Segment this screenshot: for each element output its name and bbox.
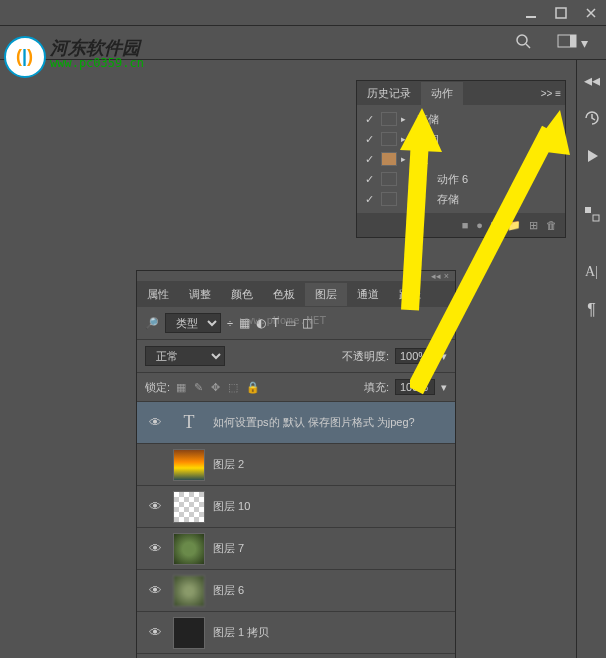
layers-panel: ◂◂ × 属性 调整 颜色 色板 图层 通道 路径 🔎 类型 ÷ ▦ ◐ T ▭…: [136, 270, 456, 658]
type-icon[interactable]: A|: [582, 262, 602, 282]
chevron-down-icon[interactable]: ▾: [421, 174, 433, 184]
tab-adjustments[interactable]: 调整: [179, 283, 221, 306]
swatches-icon[interactable]: [582, 204, 602, 224]
filter-search-icon[interactable]: 🔎: [145, 317, 159, 330]
site-logo: (|) 河东软件园 www.pc0359.cn: [0, 60, 180, 110]
stop-icon[interactable]: ■: [462, 219, 469, 231]
action-modal-box[interactable]: [381, 172, 397, 186]
close-button[interactable]: [576, 3, 606, 23]
layer-name[interactable]: 图层 7: [213, 541, 447, 556]
actions-footer: ■ ● ▶ 📁 ⊞ 🗑: [357, 213, 565, 237]
tab-history[interactable]: 历史记录: [357, 82, 421, 105]
titlebar: [0, 0, 606, 26]
layer-row[interactable]: 👁 T 如何设置ps的 默认 保存图片格式 为jpeg?: [137, 402, 455, 444]
tab-properties[interactable]: 属性: [137, 283, 179, 306]
visibility-icon[interactable]: 👁: [145, 625, 165, 640]
svg-rect-5: [585, 207, 591, 213]
lock-transparent-icon[interactable]: ▦: [176, 381, 186, 394]
svg-rect-4: [570, 35, 576, 47]
svg-rect-6: [593, 215, 599, 221]
check-icon[interactable]: ✓: [361, 153, 377, 166]
layer-row[interactable]: 👁 图层 6: [137, 570, 455, 612]
layer-thumbnail[interactable]: [173, 533, 205, 565]
fill-chevron-icon[interactable]: ▾: [441, 381, 447, 394]
layer-thumbnail[interactable]: T: [173, 407, 205, 439]
layer-thumbnail[interactable]: [173, 449, 205, 481]
layer-thumbnail[interactable]: [173, 617, 205, 649]
actions-panel: 历史记录 动作 >> ≡ ✓▸存储 ✓▸关闭 ✓▸组 ✓▾动作 6 ✓存储 ■ …: [356, 80, 566, 238]
collapse-icon[interactable]: ◂◂: [582, 70, 602, 90]
layer-row[interactable]: 👁 图层 1 拷贝: [137, 612, 455, 654]
action-modal-box[interactable]: [381, 132, 397, 146]
tab-channels[interactable]: 通道: [347, 283, 389, 306]
fill-label: 填充:: [364, 380, 389, 395]
lock-artboard-icon[interactable]: ⬚: [228, 381, 238, 394]
action-item[interactable]: ✓▾动作 6: [357, 169, 565, 189]
layer-row[interactable]: 图层 2: [137, 444, 455, 486]
layer-row[interactable]: 👁 图层 10: [137, 486, 455, 528]
check-icon[interactable]: ✓: [361, 113, 377, 126]
tab-layers[interactable]: 图层: [305, 283, 347, 306]
maximize-button[interactable]: [546, 3, 576, 23]
svg-rect-0: [526, 16, 536, 18]
tab-color[interactable]: 颜色: [221, 283, 263, 306]
lock-position-icon[interactable]: ✥: [211, 381, 220, 394]
svg-point-2: [517, 35, 527, 45]
logo-url: www.pc0359.cn: [50, 56, 144, 70]
lock-all-icon[interactable]: 🔒: [246, 381, 260, 394]
tab-actions[interactable]: 动作: [421, 82, 463, 105]
layer-row[interactable]: 👁 图层 1: [137, 654, 455, 658]
action-modal-box[interactable]: [381, 112, 397, 126]
layer-row[interactable]: 👁 图层 7: [137, 528, 455, 570]
panel-options-icon[interactable]: >> ≡: [541, 88, 561, 99]
action-item[interactable]: ✓存储: [357, 189, 565, 209]
visibility-icon[interactable]: 👁: [145, 541, 165, 556]
paragraph-icon[interactable]: ¶: [582, 300, 602, 320]
check-icon[interactable]: ✓: [361, 193, 377, 206]
new-action-icon[interactable]: ⊞: [529, 219, 538, 232]
minimize-button[interactable]: [516, 3, 546, 23]
panel-collapse-icon[interactable]: ◂◂ ×: [431, 271, 449, 281]
layers-blend-row: 正常 不透明度: ▾: [137, 340, 455, 373]
layer-name[interactable]: 图层 2: [213, 457, 447, 472]
workspace-switcher[interactable]: ▾: [549, 30, 596, 55]
actions-panel-tabs: 历史记录 动作 >> ≡: [357, 81, 565, 105]
layer-name[interactable]: 图层 1 拷贝: [213, 625, 447, 640]
tab-swatches[interactable]: 色板: [263, 283, 305, 306]
chevron-right-icon[interactable]: ▸: [401, 154, 413, 164]
check-icon[interactable]: ✓: [361, 133, 377, 146]
delete-icon[interactable]: 🗑: [546, 219, 557, 231]
fill-input[interactable]: [395, 379, 435, 395]
play-action-icon[interactable]: ▶: [491, 219, 499, 232]
new-folder-icon[interactable]: 📁: [507, 219, 521, 232]
tab-paths[interactable]: 路径: [389, 283, 431, 306]
visibility-icon[interactable]: 👁: [145, 499, 165, 514]
opacity-input[interactable]: [395, 348, 435, 364]
filter-type-select[interactable]: 类型: [165, 313, 221, 333]
layer-name[interactable]: 图层 6: [213, 583, 447, 598]
history-icon[interactable]: [582, 108, 602, 128]
action-item[interactable]: ✓▸组: [357, 149, 565, 169]
actions-list: ✓▸存储 ✓▸关闭 ✓▸组 ✓▾动作 6 ✓存储: [357, 105, 565, 213]
lock-pixels-icon[interactable]: ✎: [194, 381, 203, 394]
visibility-icon[interactable]: 👁: [145, 415, 165, 430]
action-item[interactable]: ✓▸关闭: [357, 129, 565, 149]
action-modal-box[interactable]: [381, 192, 397, 206]
chevron-right-icon[interactable]: ▸: [401, 134, 413, 144]
search-icon[interactable]: [507, 29, 539, 56]
svg-rect-1: [556, 8, 566, 18]
visibility-icon[interactable]: 👁: [145, 583, 165, 598]
layer-thumbnail[interactable]: [173, 491, 205, 523]
play-icon[interactable]: [582, 146, 602, 166]
action-item[interactable]: ✓▸存储: [357, 109, 565, 129]
layer-thumbnail[interactable]: [173, 575, 205, 607]
layer-name[interactable]: 如何设置ps的 默认 保存图片格式 为jpeg?: [213, 415, 447, 430]
watermark: www.pHome.NET: [240, 314, 326, 327]
chevron-right-icon[interactable]: ▸: [401, 114, 413, 124]
check-icon[interactable]: ✓: [361, 173, 377, 186]
action-modal-box[interactable]: [381, 152, 397, 166]
blend-mode-select[interactable]: 正常: [145, 346, 225, 366]
layer-name[interactable]: 图层 10: [213, 499, 447, 514]
record-icon[interactable]: ●: [476, 219, 483, 231]
opacity-chevron-icon[interactable]: ▾: [441, 350, 447, 363]
